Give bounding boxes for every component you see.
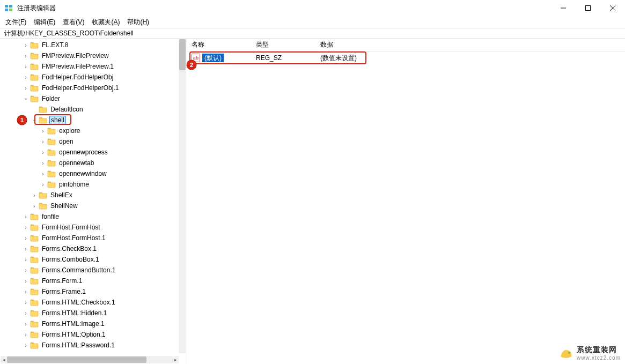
tree-node[interactable]: ›pintohome [0, 179, 187, 190]
tree-scroll[interactable]: ›FL.EXT.8›FMPreview.FilePreview›FMPrevie… [0, 39, 187, 364]
chevron-right-icon[interactable]: › [39, 171, 47, 177]
tree-node[interactable]: ›Forms.ComboBox.1 [0, 254, 187, 265]
chevron-right-icon[interactable]: › [39, 182, 47, 188]
watermark-text: 系统重装网 [577, 345, 617, 355]
folder-icon [30, 73, 39, 81]
tree-node-label: opennewwindow [58, 170, 108, 177]
chevron-right-icon[interactable]: › [21, 42, 30, 48]
tree-node[interactable]: ›Forms.HTML:Image.1 [0, 318, 187, 329]
folder-icon [30, 309, 39, 317]
chevron-right-icon[interactable]: › [21, 300, 30, 306]
chevron-right-icon[interactable]: › [21, 75, 30, 80]
chevron-right-icon[interactable]: › [39, 160, 47, 166]
tree-node[interactable]: ›FormHost.FormHost [0, 222, 187, 233]
tree-node[interactable]: ›opennewprocess [0, 147, 187, 158]
tree-node[interactable]: ›Forms.HTML:Password.1 [0, 340, 187, 351]
chevron-right-icon[interactable]: › [21, 53, 30, 59]
folder-icon [30, 277, 39, 285]
tree-node-label: opennewprocess [58, 148, 109, 156]
menu-favorites[interactable]: 收藏夹(A) [89, 17, 123, 28]
chevron-right-icon[interactable]: › [30, 203, 39, 209]
chevron-right-icon[interactable]: › [21, 257, 30, 263]
window-title: 注册表编辑器 [17, 4, 551, 13]
chevron-right-icon[interactable]: › [21, 85, 30, 91]
tree-node[interactable]: ›FMPreview.FilePreview.1 [0, 61, 187, 72]
tree-node[interactable]: ⌄shell [0, 115, 187, 125]
chevron-right-icon[interactable]: › [21, 321, 30, 327]
minimize-button[interactable] [551, 0, 576, 16]
tree-node[interactable]: ›FodHelper.FodHelperObj.1 [0, 83, 187, 93]
menu-help[interactable]: 帮助(H) [124, 17, 152, 28]
tree-node[interactable]: ›Forms.HTML:Hidden.1 [0, 308, 187, 318]
tree-node[interactable]: ›Forms.HTML:Option.1 [0, 329, 187, 340]
chevron-right-icon[interactable]: › [21, 289, 30, 295]
chevron-right-icon[interactable]: › [21, 214, 30, 220]
chevron-right-icon[interactable]: › [21, 343, 30, 348]
tree-node[interactable]: ›Forms.HTML:Checkbox.1 [0, 297, 187, 308]
menu-file[interactable]: 文件(F) [2, 17, 30, 28]
tree-pane: ›FL.EXT.8›FMPreview.FilePreview›FMPrevie… [0, 39, 187, 364]
chevron-down-icon[interactable]: ⌄ [30, 116, 39, 122]
tree-node[interactable]: ⌄Folder [0, 93, 187, 104]
tree-node[interactable]: ›fonfile [0, 211, 187, 222]
column-header-type[interactable]: 类型 [256, 40, 320, 49]
tree-node-label: Forms.HTML:Checkbox.1 [41, 299, 116, 306]
menu-edit[interactable]: 编辑(E) [31, 17, 58, 28]
tree-node[interactable]: ›ShellNew [0, 200, 187, 211]
tree-node[interactable]: ›FMPreview.FilePreview [0, 50, 187, 61]
column-header-name[interactable]: 名称 [192, 40, 256, 49]
tree-node[interactable]: ›Forms.Form.1 [0, 276, 187, 286]
chevron-right-icon[interactable]: › [21, 332, 30, 338]
chevron-right-icon[interactable]: › [39, 128, 47, 134]
chevron-right-icon[interactable]: › [21, 225, 30, 231]
value-row[interactable]: ab (默认) REG_SZ (数值未设置) [187, 53, 625, 63]
tree-node[interactable]: ›DefaultIcon [0, 104, 187, 115]
folder-icon [30, 62, 39, 71]
value-data-cell: (数值未设置) [320, 54, 625, 63]
tree-node-label: FMPreview.FilePreview.1 [41, 63, 115, 70]
folder-icon [39, 105, 47, 114]
scrollbar-thumb[interactable] [179, 39, 186, 70]
close-button[interactable] [600, 0, 625, 16]
tree-node-label: FodHelper.FodHelperObj.1 [41, 84, 120, 92]
chevron-down-icon[interactable]: ⌄ [21, 95, 30, 101]
tree-node[interactable]: ›ShellEx [0, 190, 187, 200]
scrollbar-thumb-horizontal[interactable] [7, 356, 146, 363]
tree-node[interactable]: ›Forms.Frame.1 [0, 286, 187, 297]
tree-node-label: FodHelper.FodHelperObj [41, 73, 114, 81]
scroll-right-arrow-icon[interactable]: ▸ [172, 356, 179, 363]
tree-node[interactable]: ›open [0, 136, 187, 147]
scroll-left-arrow-icon[interactable]: ◂ [1, 356, 7, 363]
menu-view[interactable]: 查看(V) [60, 17, 87, 28]
tree-node[interactable]: ›FL.EXT.8 [0, 40, 187, 50]
horizontal-scrollbar[interactable]: ◂ ▸ [1, 356, 179, 363]
folder-icon [47, 180, 56, 189]
chevron-right-icon[interactable]: › [21, 268, 30, 273]
folder-icon [30, 341, 39, 350]
tree-node[interactable]: ›explore [0, 125, 187, 136]
chevron-right-icon[interactable]: › [21, 310, 30, 316]
tree-node-label: ShellNew [49, 202, 79, 210]
chevron-right-icon[interactable]: › [21, 235, 30, 241]
tree-node[interactable]: ›FormHost.FormHost.1 [0, 233, 187, 243]
chevron-right-icon[interactable]: › [21, 246, 30, 252]
tree-node[interactable]: ›opennewwindow [0, 168, 187, 179]
tree-node[interactable]: ›Forms.CheckBox.1 [0, 243, 187, 254]
chevron-right-icon[interactable]: › [21, 278, 30, 284]
chevron-right-icon[interactable]: › [39, 150, 47, 155]
column-header-data[interactable]: 数据 [320, 40, 625, 49]
folder-icon [47, 127, 56, 135]
chevron-right-icon[interactable]: › [30, 192, 39, 198]
vertical-scrollbar[interactable] [179, 39, 186, 353]
chevron-right-icon[interactable]: › [21, 64, 30, 70]
folder-icon [47, 148, 56, 157]
tree-node[interactable]: ›opennewtab [0, 158, 187, 168]
tree-node-label: ShellEx [49, 191, 73, 199]
tree-node-label: Forms.HTML:Option.1 [41, 331, 107, 338]
address-bar[interactable]: 计算机\HKEY_CLASSES_ROOT\Folder\shell [0, 28, 625, 39]
tree-node[interactable]: ›FodHelper.FodHelperObj [0, 72, 187, 83]
maximize-button[interactable] [576, 0, 600, 16]
chevron-right-icon[interactable]: › [39, 139, 47, 145]
tree-node[interactable]: ›Forms.CommandButton.1 [0, 265, 187, 276]
folder-icon [30, 84, 39, 92]
